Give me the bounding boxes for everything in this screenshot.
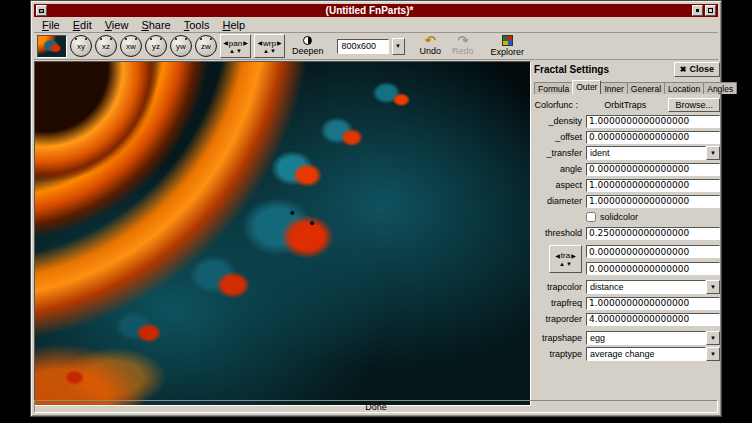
angle-input[interactable]: [586, 163, 720, 176]
browse-button[interactable]: Browse...: [668, 98, 720, 112]
pan-right-icon[interactable]: ▶: [243, 40, 248, 46]
threshold-input[interactable]: [586, 227, 720, 240]
warp-control[interactable]: ◀ wrp ▶ ▲ ▼: [254, 34, 285, 58]
rotate-yz-button[interactable]: yz: [145, 35, 167, 57]
window-menu-button[interactable]: [36, 5, 47, 16]
trapshape-row: trapshape egg ▼: [534, 331, 720, 345]
rotate-xz-button[interactable]: xz: [95, 35, 117, 57]
solidcolor-checkbox-row[interactable]: solidcolor: [586, 212, 638, 222]
transfer-row: _transfer ident ▼: [534, 146, 720, 160]
aspect-input[interactable]: [586, 179, 720, 192]
menu-help[interactable]: Help: [216, 18, 252, 32]
deepen-button[interactable]: Deepen: [288, 36, 328, 56]
colorfunc-label: Colorfunc :: [534, 100, 582, 110]
deepen-icon: [303, 36, 312, 45]
titlebar[interactable]: (Untitled FnParts)*: [34, 4, 718, 17]
tra-down-icon[interactable]: ▼: [566, 261, 572, 267]
colorfunc-row: Colorfunc : OrbitTraps Browse...: [534, 98, 720, 112]
traptype-label: traptype: [534, 349, 586, 359]
tab-location[interactable]: Location: [664, 82, 704, 94]
trapshape-label: trapshape: [534, 333, 586, 343]
maximize-icon: [708, 8, 713, 13]
aspect-label: aspect: [534, 180, 586, 190]
offset-input[interactable]: [586, 131, 720, 144]
redo-button[interactable]: ↷ Redo: [448, 36, 478, 56]
tra-value1-input[interactable]: [586, 245, 720, 258]
minimize-icon: [696, 9, 699, 12]
panel-title: Fractal Settings: [534, 64, 609, 75]
tra-left-icon[interactable]: ◀: [555, 253, 560, 259]
tra-label: tra: [561, 251, 570, 260]
chevron-down-icon[interactable]: ▼: [706, 146, 720, 160]
warp-right-icon[interactable]: ▶: [277, 40, 282, 46]
resolution-control: 800x600 ▼: [337, 38, 405, 55]
tab-outer[interactable]: Outer: [572, 80, 601, 94]
outer-tab-content: Colorfunc : OrbitTraps Browse... _densit…: [534, 93, 720, 361]
fractal-thumbnail-button[interactable]: [37, 35, 67, 58]
menu-share[interactable]: Share: [135, 18, 177, 32]
angle-label: angle: [534, 164, 586, 174]
warp-left-icon[interactable]: ◀: [257, 40, 262, 46]
transfer-select[interactable]: ident ▼: [586, 146, 720, 160]
traporder-label: traporder: [534, 314, 586, 324]
traptype-row: traptype average change ▼: [534, 347, 720, 361]
trapfreq-input[interactable]: [586, 297, 720, 310]
redo-label: Redo: [452, 46, 474, 56]
tra-value2-input[interactable]: [586, 262, 720, 275]
maximize-button[interactable]: [705, 5, 716, 16]
diameter-row: diameter: [534, 194, 720, 208]
rotate-zw-button[interactable]: zw: [195, 35, 217, 57]
threshold-row: threshold: [534, 226, 720, 240]
explorer-button[interactable]: Explorer: [487, 35, 529, 57]
fractal-settings-panel: Fractal Settings ✖ Close Formula Outer I…: [534, 61, 720, 407]
rotate-xy-button[interactable]: xy: [70, 35, 92, 57]
solidcolor-row: solidcolor: [534, 210, 720, 224]
pan-control[interactable]: ◀ pan ▶ ▲ ▼: [220, 34, 251, 58]
warp-up-icon[interactable]: ▲: [263, 48, 269, 54]
menu-file[interactable]: File: [36, 18, 67, 32]
undo-button[interactable]: ↶ Undo: [416, 36, 446, 56]
traptype-value: average change: [586, 347, 706, 361]
warp-down-icon[interactable]: ▼: [270, 48, 276, 54]
chevron-down-icon: ▼: [395, 43, 401, 49]
trapcolor-select[interactable]: distance ▼: [586, 280, 720, 294]
tra-up-icon[interactable]: ▲: [559, 261, 565, 267]
transfer-label: _transfer: [534, 148, 586, 158]
rotate-yw-button[interactable]: yw: [170, 35, 192, 57]
deepen-label: Deepen: [292, 46, 324, 56]
traporder-input[interactable]: [586, 313, 720, 326]
pan-left-icon[interactable]: ◀: [223, 40, 228, 46]
chevron-down-icon[interactable]: ▼: [706, 280, 720, 294]
tab-angles[interactable]: Angles: [703, 82, 737, 94]
resolution-field[interactable]: 800x600: [337, 39, 389, 54]
solidcolor-checkbox[interactable]: [586, 212, 596, 222]
traptype-select[interactable]: average change ▼: [586, 347, 720, 361]
tab-formula[interactable]: Formula: [534, 82, 573, 94]
minimize-button[interactable]: [692, 5, 703, 16]
chevron-down-icon[interactable]: ▼: [706, 347, 720, 361]
tra-row: ◀ tra ▶ ▲ ▼: [534, 245, 720, 275]
tab-inner[interactable]: Inner: [600, 82, 627, 94]
tab-general[interactable]: General: [627, 82, 665, 94]
solidcolor-label: solidcolor: [600, 212, 638, 222]
trapcolor-value: distance: [586, 280, 706, 294]
pan-up-icon[interactable]: ▲: [229, 48, 235, 54]
diameter-input[interactable]: [586, 195, 720, 208]
rotate-xw-button[interactable]: xw: [120, 35, 142, 57]
chevron-down-icon[interactable]: ▼: [706, 331, 720, 345]
pan-down-icon[interactable]: ▼: [236, 48, 242, 54]
status-bar: Done: [34, 400, 718, 413]
trapshape-select[interactable]: egg ▼: [586, 331, 720, 345]
tra-right-icon[interactable]: ▶: [571, 253, 576, 259]
explorer-icon: [502, 35, 513, 46]
tra-spinner[interactable]: ◀ tra ▶ ▲ ▼: [549, 245, 582, 273]
menu-tools[interactable]: Tools: [178, 18, 217, 32]
fractal-canvas[interactable]: [34, 61, 531, 406]
menu-view[interactable]: View: [99, 18, 136, 32]
density-input[interactable]: [586, 115, 720, 128]
resolution-dropdown-button[interactable]: ▼: [392, 38, 405, 55]
settings-tabs: Formula Outer Inner General Location Ang…: [534, 80, 720, 94]
menu-edit[interactable]: Edit: [67, 18, 99, 32]
threshold-label: threshold: [534, 228, 586, 238]
close-panel-button[interactable]: ✖ Close: [674, 62, 720, 77]
